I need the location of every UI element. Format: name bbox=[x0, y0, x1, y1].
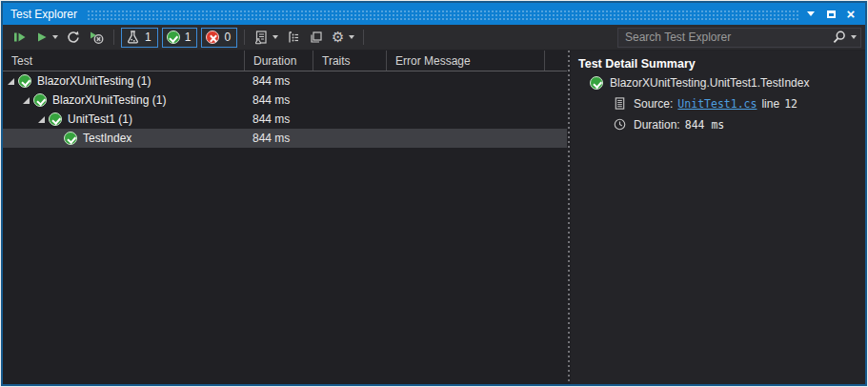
repeat-run-icon bbox=[66, 30, 81, 45]
source-file-link[interactable]: UnitTest1.cs bbox=[677, 97, 757, 111]
column-header-duration[interactable]: Duration bbox=[244, 51, 313, 71]
detail-source-row: Source: UnitTest1.cs line 12 bbox=[613, 96, 865, 111]
passed-icon bbox=[64, 132, 77, 145]
source-label: Source: bbox=[634, 97, 673, 111]
toolbar-separator bbox=[244, 30, 245, 45]
maximize-icon bbox=[827, 10, 836, 18]
source-file-icon bbox=[613, 96, 627, 111]
toolbar-separator bbox=[113, 30, 114, 45]
tree-expander-icon[interactable] bbox=[23, 97, 30, 104]
cancel-run-button[interactable] bbox=[86, 27, 108, 48]
filter-passed-tests-button[interactable]: 1 bbox=[162, 28, 198, 48]
window-title: Test Explorer bbox=[10, 8, 87, 21]
duration-label: Duration: bbox=[634, 118, 680, 132]
run-dropdown-icon[interactable] bbox=[52, 35, 58, 39]
column-header-traits[interactable]: Traits bbox=[313, 51, 386, 71]
playlist-dropdown-icon[interactable] bbox=[273, 35, 278, 39]
cascade-layers-icon bbox=[309, 30, 324, 45]
search-input[interactable] bbox=[625, 31, 832, 44]
column-header-spacer bbox=[544, 51, 567, 71]
test-tree-row[interactable]: BlazorXUnitTesting (1)844 ms bbox=[3, 71, 567, 91]
test-tree-row[interactable]: BlazorXUnitTesting (1)844 ms bbox=[3, 91, 567, 110]
detail-test-name: BlazorXUnitTesting.UnitTest1.TestIndex bbox=[610, 76, 809, 90]
line-number: 12 bbox=[784, 97, 797, 111]
test-tree-row[interactable]: UnitTest1 (1)844 ms bbox=[3, 110, 567, 129]
group-by-icon bbox=[286, 30, 301, 45]
test-node-label: BlazorXUnitTesting (1) bbox=[52, 93, 166, 107]
test-node-duration: 844 ms bbox=[252, 132, 290, 145]
filter-total-tests-button[interactable]: 1 bbox=[121, 28, 158, 48]
cascade-layers-button[interactable] bbox=[306, 27, 327, 48]
tool-window-frame: Test Explorer × bbox=[1, 1, 867, 386]
main-area: Test Duration Traits Error Message Blazo… bbox=[3, 51, 865, 384]
gear-icon: ⚙ bbox=[332, 31, 344, 45]
test-explorer-window: Test Explorer × bbox=[0, 0, 868, 387]
passed-icon bbox=[590, 76, 603, 90]
line-label: line bbox=[761, 97, 779, 111]
flask-icon bbox=[126, 30, 140, 45]
test-node-duration: 844 ms bbox=[252, 93, 290, 107]
window-menu-button[interactable] bbox=[802, 6, 819, 22]
detail-duration-row: Duration: 844 ms bbox=[613, 117, 865, 132]
passed-icon bbox=[167, 31, 180, 44]
passed-tests-count: 1 bbox=[185, 31, 192, 44]
clock-icon bbox=[613, 117, 627, 132]
run-icon bbox=[35, 30, 49, 45]
failed-icon bbox=[206, 31, 219, 44]
toolbar-separator bbox=[363, 30, 364, 45]
tree-expander-icon[interactable] bbox=[8, 78, 14, 85]
titlebar[interactable]: Test Explorer × bbox=[3, 3, 865, 25]
maximize-button[interactable] bbox=[822, 6, 839, 22]
test-tree-row[interactable]: TestIndex844 ms bbox=[3, 129, 567, 148]
chevron-down-icon bbox=[807, 11, 815, 16]
detail-heading: Test Detail Summary bbox=[578, 57, 865, 71]
failed-tests-count: 0 bbox=[224, 31, 231, 44]
search-dropdown-icon[interactable] bbox=[851, 35, 857, 39]
test-list-pane: Test Duration Traits Error Message Blazo… bbox=[3, 51, 567, 384]
run-all-icon bbox=[12, 30, 28, 45]
passed-icon bbox=[33, 93, 47, 107]
test-detail-pane: Test Detail Summary BlazorXUnitTesting.U… bbox=[571, 51, 865, 384]
settings-dropdown-icon[interactable] bbox=[349, 35, 354, 39]
playlist-icon bbox=[253, 30, 269, 45]
passed-icon bbox=[18, 74, 31, 88]
column-header-row: Test Duration Traits Error Message bbox=[3, 51, 567, 71]
test-node-duration: 844 ms bbox=[252, 112, 290, 126]
run-button[interactable] bbox=[32, 27, 61, 48]
settings-button[interactable]: ⚙ bbox=[329, 27, 356, 48]
test-node-label: TestIndex bbox=[83, 132, 131, 145]
search-icon[interactable] bbox=[832, 30, 847, 45]
test-node-label: BlazorXUnitTesting (1) bbox=[37, 74, 151, 88]
passed-icon bbox=[49, 112, 62, 126]
test-tree: BlazorXUnitTesting (1)844 msBlazorXUnitT… bbox=[3, 71, 567, 384]
run-all-button[interactable] bbox=[10, 27, 30, 48]
detail-test-name-row: BlazorXUnitTesting.UnitTest1.TestIndex bbox=[590, 76, 865, 90]
filter-failed-tests-button[interactable]: 0 bbox=[201, 28, 237, 48]
close-button[interactable]: × bbox=[842, 6, 859, 22]
toolbar: 1 1 0 bbox=[3, 25, 865, 51]
search-box[interactable] bbox=[617, 28, 861, 48]
duration-value: 844 ms bbox=[685, 118, 725, 132]
column-header-error-message[interactable]: Error Message bbox=[386, 51, 544, 71]
close-icon: × bbox=[847, 7, 856, 21]
group-by-button[interactable] bbox=[283, 27, 304, 48]
test-node-label: UnitTest1 (1) bbox=[68, 112, 132, 126]
tree-expander-icon[interactable] bbox=[38, 116, 45, 123]
titlebar-drag-grip[interactable] bbox=[87, 10, 799, 20]
playlist-button[interactable] bbox=[251, 27, 281, 48]
cancel-run-icon bbox=[89, 30, 105, 45]
test-node-duration: 844 ms bbox=[252, 74, 290, 88]
repeat-last-run-button[interactable] bbox=[63, 27, 84, 48]
total-tests-count: 1 bbox=[145, 31, 151, 44]
column-header-test[interactable]: Test bbox=[3, 51, 244, 71]
